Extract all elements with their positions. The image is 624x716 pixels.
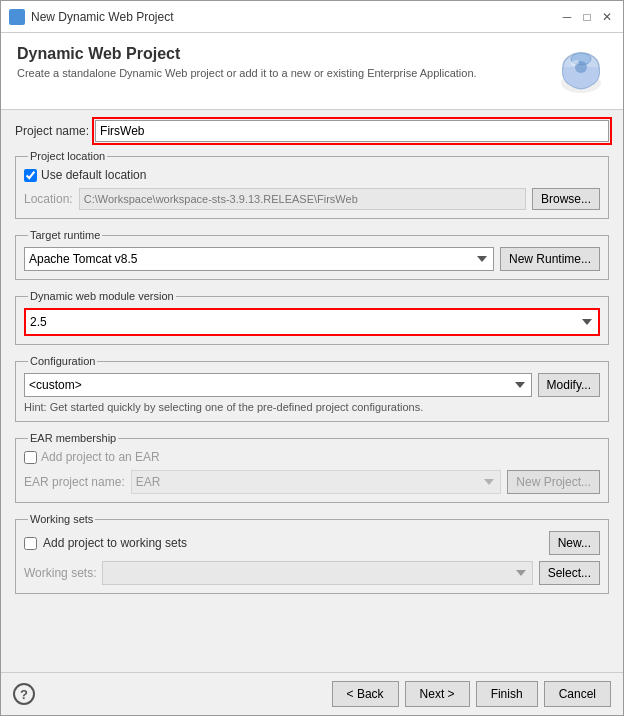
header-section: Dynamic Web Project Create a standalone … [1, 33, 623, 110]
window-controls: ─ □ ✕ [559, 9, 615, 25]
configuration-select[interactable]: <custom> [24, 373, 532, 397]
footer: ? < Back Next > Finish Cancel [1, 672, 623, 715]
project-name-input[interactable] [95, 120, 609, 142]
working-sets-select[interactable] [102, 561, 532, 585]
configuration-group: Configuration <custom> Modify... Hint: G… [15, 355, 609, 422]
add-working-sets-checkbox[interactable] [24, 537, 37, 550]
runtime-group: Target runtime Apache Tomcat v8.5 New Ru… [15, 229, 609, 280]
ear-project-select: EAR [131, 470, 502, 494]
location-legend: Project location [28, 150, 107, 162]
runtime-legend: Target runtime [28, 229, 102, 241]
working-sets-group: Working sets Add project to working sets… [15, 513, 609, 594]
header-title: Dynamic Web Project [17, 45, 543, 63]
content-area: Project name: Project location Use defau… [1, 110, 623, 672]
close-button[interactable]: ✕ [599, 9, 615, 25]
module-version-legend: Dynamic web module version [28, 290, 176, 302]
location-row: Location: Browse... [24, 188, 600, 210]
cancel-button[interactable]: Cancel [544, 681, 611, 707]
module-version-select[interactable]: 2.5 3.0 3.1 4.0 [24, 308, 600, 336]
project-name-label: Project name: [15, 124, 89, 138]
minimize-button[interactable]: ─ [559, 9, 575, 25]
header-text: Dynamic Web Project Create a standalone … [17, 45, 543, 79]
ear-project-row: EAR project name: EAR New Project... [24, 470, 600, 494]
header-icon [555, 45, 607, 97]
modify-button[interactable]: Modify... [538, 373, 600, 397]
project-name-row: Project name: [15, 120, 609, 142]
window-icon [9, 9, 25, 25]
svg-point-0 [12, 12, 22, 22]
new-working-set-button[interactable]: New... [549, 531, 600, 555]
new-project-button: New Project... [507, 470, 600, 494]
config-row: <custom> Modify... [24, 373, 600, 397]
working-sets-label: Working sets: [24, 566, 96, 580]
add-ear-label: Add project to an EAR [41, 450, 160, 464]
help-button[interactable]: ? [13, 683, 35, 705]
header-subtitle: Create a standalone Dynamic Web project … [17, 67, 543, 79]
runtime-row: Apache Tomcat v8.5 New Runtime... [24, 247, 600, 271]
next-button[interactable]: Next > [405, 681, 470, 707]
browse-button[interactable]: Browse... [532, 188, 600, 210]
new-runtime-button[interactable]: New Runtime... [500, 247, 600, 271]
add-working-sets-label: Add project to working sets [43, 536, 187, 550]
location-label: Location: [24, 192, 73, 206]
use-default-row: Use default location [24, 168, 600, 182]
runtime-select[interactable]: Apache Tomcat v8.5 [24, 247, 494, 271]
ear-project-name-label: EAR project name: [24, 475, 125, 489]
add-ear-checkbox[interactable] [24, 451, 37, 464]
use-default-checkbox[interactable] [24, 169, 37, 182]
maximize-button[interactable]: □ [579, 9, 595, 25]
window-title: New Dynamic Web Project [31, 10, 553, 24]
working-sets-legend: Working sets [28, 513, 95, 525]
working-sets-add-row: Add project to working sets New... [24, 531, 600, 555]
finish-button[interactable]: Finish [476, 681, 538, 707]
location-input [79, 188, 526, 210]
ear-legend: EAR membership [28, 432, 118, 444]
configuration-legend: Configuration [28, 355, 97, 367]
title-bar: New Dynamic Web Project ─ □ ✕ [1, 1, 623, 33]
module-version-group: Dynamic web module version 2.5 3.0 3.1 4… [15, 290, 609, 345]
location-group: Project location Use default location Lo… [15, 150, 609, 219]
back-button[interactable]: < Back [332, 681, 399, 707]
working-sets-input-row: Working sets: Select... [24, 561, 600, 585]
config-hint: Hint: Get started quickly by selecting o… [24, 401, 600, 413]
main-window: New Dynamic Web Project ─ □ ✕ Dynamic We… [0, 0, 624, 716]
select-working-sets-button[interactable]: Select... [539, 561, 600, 585]
ear-membership-group: EAR membership Add project to an EAR EAR… [15, 432, 609, 503]
ear-add-row: Add project to an EAR [24, 450, 600, 464]
use-default-label: Use default location [41, 168, 146, 182]
